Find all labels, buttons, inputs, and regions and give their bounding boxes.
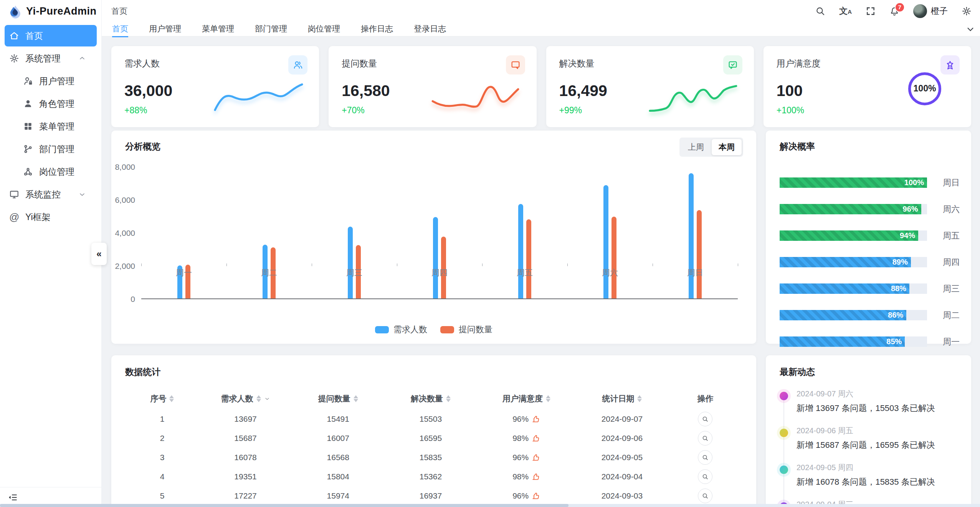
- timeline-date: 2024-09-06 周五: [797, 426, 960, 436]
- column-header-action: 操作: [668, 393, 742, 404]
- tab-home[interactable]: 首页: [102, 22, 139, 36]
- latest-activity-title: 最新动态: [780, 367, 815, 377]
- tab-label: 岗位管理: [308, 23, 340, 36]
- table-cell-action: [668, 450, 742, 465]
- sidebar-item-yi-framework[interactable]: @Yi框架: [5, 206, 97, 228]
- notification-bell-icon[interactable]: 7: [889, 6, 899, 16]
- sidebar-item-home[interactable]: 首页: [5, 25, 97, 46]
- table-cell-action: [668, 469, 742, 484]
- solve-rate-row-周一: 85%周一: [780, 328, 960, 355]
- sidebar-item-user-management[interactable]: 用户管理: [5, 70, 97, 92]
- column-header-solved[interactable]: 解决数量: [384, 393, 477, 404]
- cell-index: 3: [160, 453, 165, 462]
- user-menu[interactable]: 橙子: [913, 4, 948, 18]
- progress-track: 86%: [780, 310, 927, 320]
- x-label-周四: 周四: [431, 267, 448, 278]
- view-detail-button[interactable]: [698, 489, 712, 503]
- progress-day-label: 周五: [943, 230, 960, 242]
- translate-icon[interactable]: 文A: [839, 5, 852, 17]
- sidebar-item-menu-management[interactable]: 菜单管理: [5, 116, 97, 137]
- x-axis-tick: [226, 263, 227, 266]
- solve-rate-card: 解决概率 100%周日96%周六94%周五89%周四88%周三86%周二85%周…: [766, 131, 971, 344]
- sidebar-item-dept-management[interactable]: 部门管理: [5, 138, 97, 160]
- tabbar-chevron-down-icon[interactable]: [966, 25, 975, 33]
- tab-post-management[interactable]: 岗位管理: [297, 22, 350, 36]
- sidebar-item-role-management[interactable]: 角色管理: [5, 93, 97, 114]
- tab-label: 菜单管理: [202, 23, 234, 36]
- tab-dept-management[interactable]: 部门管理: [245, 22, 297, 36]
- tab-login-log[interactable]: 登录日志: [403, 22, 456, 36]
- sort-carets-icon[interactable]: [256, 395, 261, 402]
- sort-carets-icon[interactable]: [446, 395, 451, 402]
- cell-date: 2024-09-06: [602, 434, 643, 443]
- thumb-up-icon: [532, 492, 540, 500]
- chart-category-1: [141, 167, 226, 298]
- fullscreen-icon[interactable]: [866, 6, 876, 16]
- filter-chevron-down-icon[interactable]: [264, 396, 270, 402]
- stat-card-iconbox: [940, 55, 960, 75]
- table-row: 419351158041536298%2024-09-04: [125, 467, 742, 486]
- breadcrumb[interactable]: 首页: [111, 6, 127, 17]
- y-tick-label: 6,000: [115, 196, 135, 205]
- table-cell-solved: 15362: [384, 472, 477, 481]
- x-label-周六: 周六: [602, 267, 618, 278]
- sort-carets-icon[interactable]: [637, 395, 642, 402]
- timeline-entry: 2024-09-05 周四新增 16078 条问题，15835 条已解决: [780, 462, 960, 488]
- column-header-date[interactable]: 统计日期: [576, 393, 668, 404]
- progress-day-label: 周二: [943, 310, 960, 321]
- view-detail-button[interactable]: [698, 469, 712, 484]
- sidebar-item-label: 部门管理: [39, 143, 74, 155]
- view-detail-button[interactable]: [698, 450, 712, 465]
- satisfaction-value: 96%: [512, 414, 529, 424]
- stat-card-iconbox: [723, 55, 742, 75]
- legend-item-需求人数[interactable]: 需求人数: [375, 324, 427, 335]
- solve-rate-row-周三: 88%周三: [780, 275, 960, 302]
- tab-menu-management[interactable]: 菜单管理: [192, 22, 245, 36]
- table-cell-index: 3: [125, 453, 199, 462]
- username: 橙子: [931, 5, 948, 17]
- view-detail-button[interactable]: [698, 412, 712, 426]
- message-check-icon: [727, 60, 738, 70]
- satisfaction-value: 96%: [512, 491, 529, 500]
- horizontal-scrollbar-thumb[interactable]: [0, 504, 568, 507]
- table-cell-index: 4: [125, 472, 199, 481]
- sidebar-item-system-management[interactable]: 系统管理: [5, 48, 97, 69]
- sidebar-item-system-monitor[interactable]: 系统监控: [5, 184, 97, 205]
- legend-swatch: [440, 326, 454, 333]
- x-axis-tick: [567, 263, 568, 266]
- cell-solved: 15835: [420, 453, 442, 462]
- column-header-questions[interactable]: 提问数量: [292, 393, 384, 404]
- range-option-last-week[interactable]: 上周: [681, 139, 711, 155]
- x-axis-tick: [482, 263, 483, 266]
- tab-label: 操作日志: [361, 23, 393, 36]
- horizontal-scrollbar[interactable]: [0, 504, 980, 507]
- analysis-overview-card: 分析概览 上周本周 8,0006,0004,0002,0000 需求人数提问数量…: [111, 131, 756, 344]
- tab-operation-log[interactable]: 操作日志: [350, 22, 403, 36]
- app-logo[interactable]: Yi-PureAdmin: [0, 0, 101, 22]
- menu-fold-icon[interactable]: [8, 492, 18, 502]
- column-header-satisfaction[interactable]: 用户满意度: [477, 393, 576, 404]
- table-row: 316078165681583596%2024-09-05: [125, 448, 742, 467]
- range-option-this-week[interactable]: 本周: [712, 139, 742, 155]
- tab-user-management[interactable]: 用户管理: [139, 22, 192, 36]
- view-detail-button[interactable]: [698, 431, 712, 446]
- column-header-demand[interactable]: 需求人数: [199, 393, 292, 404]
- timeline-dot: [780, 466, 788, 474]
- cell-index: 4: [160, 472, 165, 481]
- y-tick-label: 4,000: [115, 229, 135, 238]
- legend-item-提问数量[interactable]: 提问数量: [440, 324, 492, 335]
- sort-carets-icon[interactable]: [354, 395, 358, 402]
- y-tick-label: 2,000: [115, 262, 135, 271]
- satisfaction-value: 98%: [512, 434, 529, 443]
- sort-carets-icon[interactable]: [546, 395, 550, 402]
- y-tick-label: 8,000: [115, 162, 135, 172]
- chart-category-3: [312, 167, 397, 298]
- x-axis-tick: [397, 263, 397, 266]
- sidebar-item-post-management[interactable]: 岗位管理: [5, 161, 97, 182]
- column-header-index[interactable]: 序号: [125, 393, 199, 404]
- sidebar-collapse-button[interactable]: «: [91, 243, 107, 265]
- search-icon[interactable]: [815, 6, 825, 16]
- sort-carets-icon[interactable]: [169, 395, 174, 402]
- tab-label: 登录日志: [414, 23, 446, 36]
- settings-gear-icon[interactable]: [962, 6, 972, 16]
